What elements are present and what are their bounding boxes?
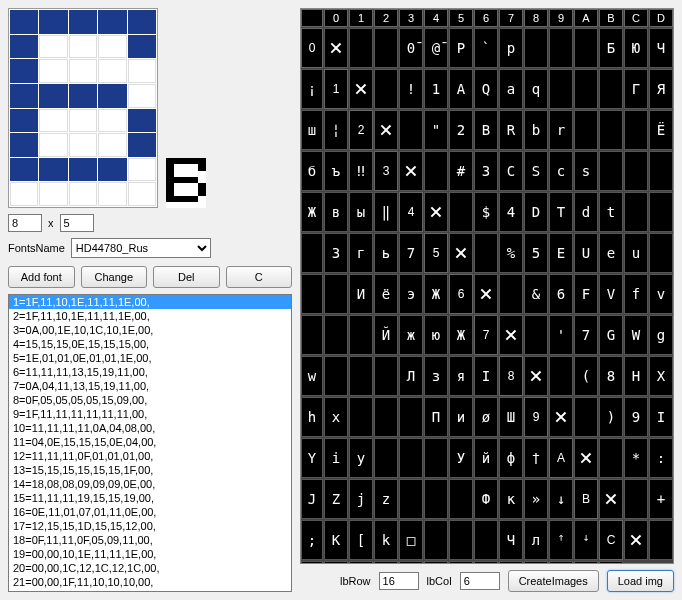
glyph-cell[interactable] [39, 84, 67, 108]
font-cell[interactable]: a [499, 69, 523, 109]
font-cell[interactable] [624, 151, 648, 191]
font-cell[interactable]: A [449, 69, 473, 109]
font-cell[interactable]: v [649, 274, 673, 314]
font-cell[interactable]: в [324, 192, 348, 232]
list-item[interactable]: 5=1E,01,01,0E,01,01,1E,00, [9, 351, 291, 365]
font-cell[interactable]: Z [324, 479, 348, 519]
font-cell[interactable]: X [649, 356, 673, 396]
font-cell[interactable] [301, 233, 323, 273]
glyph-cell[interactable] [98, 10, 126, 34]
lbrow-input[interactable] [379, 572, 419, 590]
font-cell[interactable]: D [524, 192, 548, 232]
font-cell[interactable]: R [499, 110, 523, 150]
font-cell[interactable]: ↙ [574, 561, 598, 564]
font-cell[interactable]: У [449, 438, 473, 478]
font-cell[interactable] [399, 397, 423, 437]
font-cell[interactable] [624, 479, 648, 519]
font-cell[interactable]: Q [474, 69, 498, 109]
font-cell[interactable]: 9 [624, 397, 648, 437]
font-cell[interactable] [624, 110, 648, 150]
font-cell[interactable]: F [574, 274, 598, 314]
font-cell[interactable]: И [349, 274, 373, 314]
font-cell[interactable] [499, 274, 523, 314]
change-button[interactable]: Change [81, 266, 148, 288]
font-cell[interactable]: : [649, 438, 673, 478]
font-cell[interactable]: ¦ [324, 110, 348, 150]
font-cell[interactable] [474, 520, 498, 560]
font-cell[interactable]: P [449, 28, 473, 68]
font-cell[interactable]: % [499, 233, 523, 273]
list-item[interactable]: 13=15,15,15,15,15,15,1F,00, [9, 463, 291, 477]
font-cell[interactable] [574, 438, 598, 478]
font-cell[interactable]: ; [301, 520, 323, 560]
font-cell[interactable] [374, 69, 398, 109]
glyph-cell[interactable] [128, 109, 156, 133]
font-cell[interactable]: й [474, 438, 498, 478]
font-cell[interactable]: и [449, 397, 473, 437]
list-item[interactable]: 21=00,00,1F,11,10,10,10,00, [9, 575, 291, 589]
font-cell[interactable] [649, 233, 673, 273]
font-cell[interactable] [349, 356, 373, 396]
font-cell[interactable] [424, 151, 448, 191]
font-cell[interactable] [624, 520, 648, 560]
font-cell[interactable]: 1 [424, 69, 448, 109]
font-cell[interactable]: B [474, 110, 498, 150]
font-cell[interactable]: Б [599, 28, 623, 68]
font-cell[interactable]: W [624, 315, 648, 355]
font-cell[interactable] [399, 438, 423, 478]
font-cell[interactable]: d [574, 192, 598, 232]
font-cell[interactable] [324, 28, 348, 68]
font-cell[interactable]: я [449, 356, 473, 396]
font-cell[interactable]: b [524, 110, 548, 150]
font-cell[interactable]: г [349, 233, 373, 273]
list-item[interactable]: 10=11,11,11,11,0A,04,08,00, [9, 421, 291, 435]
glyph-cell[interactable] [69, 59, 97, 83]
font-cell[interactable] [374, 28, 398, 68]
font-cell[interactable] [424, 438, 448, 478]
font-cell[interactable]: + [649, 479, 673, 519]
font-cell[interactable]: k [374, 520, 398, 560]
font-cell[interactable] [424, 520, 448, 560]
font-cell[interactable]: ё [374, 274, 398, 314]
glyph-cell[interactable] [98, 59, 126, 83]
font-cell[interactable]: ‖ [374, 192, 398, 232]
font-cell[interactable] [449, 192, 473, 232]
font-cell[interactable]: ‼ [349, 151, 373, 191]
list-item[interactable]: 17=12,15,15,1D,15,15,12,00, [9, 519, 291, 533]
font-cell[interactable]: G [599, 315, 623, 355]
font-cell[interactable]: м [549, 561, 573, 564]
font-cell[interactable] [599, 438, 623, 478]
font-cell[interactable]: 7 [574, 315, 598, 355]
font-cell[interactable]: y [349, 438, 373, 478]
font-cell[interactable] [549, 28, 573, 68]
font-cell[interactable]: E [549, 233, 573, 273]
font-cell[interactable]: u [624, 233, 648, 273]
glyph-cell[interactable] [69, 182, 97, 206]
font-cell[interactable] [649, 192, 673, 232]
font-cell[interactable]: 2 [449, 110, 473, 150]
font-cell[interactable] [599, 110, 623, 150]
font-cell[interactable]: Ф [474, 479, 498, 519]
font-cell[interactable]: g [649, 315, 673, 355]
font-cell[interactable]: 7 [399, 233, 423, 273]
font-cell[interactable]: z [374, 479, 398, 519]
font-cell[interactable]: з [424, 356, 448, 396]
font-cell[interactable] [524, 315, 548, 355]
font-cell[interactable]: < [324, 561, 348, 564]
font-cell[interactable]: ) [599, 397, 623, 437]
glyph-cell[interactable] [10, 109, 38, 133]
glyph-cell[interactable] [128, 133, 156, 157]
font-cell[interactable]: Г [624, 69, 648, 109]
font-cell[interactable]: J [301, 479, 323, 519]
font-cell[interactable]: S [524, 151, 548, 191]
font-cell[interactable] [499, 561, 523, 564]
font-cell[interactable]: ꜛ [549, 520, 573, 560]
font-cell[interactable]: w [301, 356, 323, 396]
font-cell[interactable] [599, 69, 623, 109]
font-cell[interactable]: ф [499, 438, 523, 478]
font-cell[interactable] [449, 479, 473, 519]
font-cell[interactable]: L [349, 561, 373, 564]
font-cell[interactable] [349, 315, 373, 355]
font-cell[interactable]: U [574, 233, 598, 273]
font-cell[interactable]: K [324, 520, 348, 560]
